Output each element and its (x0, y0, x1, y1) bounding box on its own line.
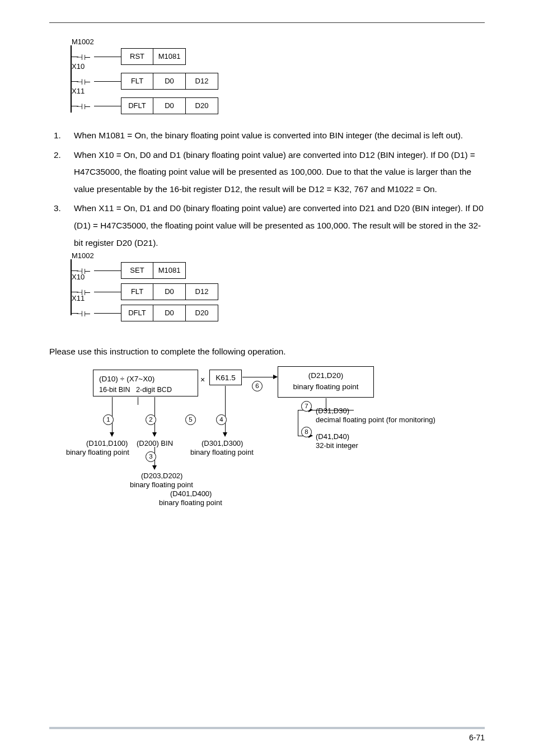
instruction-box: RST (121, 48, 153, 65)
explanation-list: When M1081 = On, the binary floating poi… (49, 127, 485, 251)
instruction-box: SET (121, 262, 153, 279)
operand-box: D0 (153, 305, 186, 321)
list-item: When X10 = On, D0 and D1 (binary floatin… (65, 147, 485, 198)
ladder-rail (71, 45, 72, 113)
operand-box: D20 (186, 305, 218, 321)
flow-d31-l2: decimal floating point (for monitoring) (316, 414, 435, 426)
flow-d101-l2: binary floating point (66, 447, 129, 458)
operand-box: M1081 (153, 48, 186, 65)
contact-label: M1002 (72, 250, 94, 262)
list-item: When X11 = On, D1 and D0 (binary floatin… (65, 200, 485, 251)
flow-box-k615: K61.5 (209, 370, 242, 385)
flow-d21-l1: (D21,D20) (280, 370, 371, 381)
operand-box: D20 (186, 97, 218, 114)
contact-icon: ⊣ ⊢ (76, 308, 90, 320)
contact-label: X11 (72, 293, 85, 304)
page-number: 6-71 (469, 732, 485, 744)
ladder-diagram-2: M1002 ⊣ ⊢ SET M1081 X10 ⊣ ⊢ FLT D0 D12 (71, 254, 485, 321)
step-4-icon: 4 (216, 414, 227, 425)
contact-label: X10 (72, 61, 85, 72)
footer-rule (49, 727, 485, 729)
flow-box-d10: (D10) ÷ (X7~X0) 16-bit BIN 2-digit BCD (93, 370, 198, 396)
flow-x7x0: (X7~X0) (127, 375, 154, 383)
instruction-box: FLT (121, 283, 153, 300)
flow-box-d21: (D21,D20) binary floating point (278, 366, 374, 398)
arrow-icon (242, 377, 277, 377)
instruction-box: DFLT (121, 305, 153, 321)
instruction-note: Please use this instruction to complete … (49, 346, 485, 358)
instruction-box: DFLT (121, 97, 153, 114)
flow-d401-l2: binary floating point (159, 497, 222, 508)
step-3-icon: 3 (146, 451, 156, 462)
flow-d301-l2: binary floating point (190, 447, 254, 458)
contact-label: M1002 (72, 36, 94, 48)
operand-box: M1081 (153, 262, 186, 279)
header-rule (49, 22, 485, 23)
step-1-icon: 1 (103, 414, 114, 425)
operand-box: D12 (186, 283, 218, 300)
step-8-icon: 8 (301, 427, 312, 437)
list-item: When M1081 = On, the binary floating poi… (65, 127, 485, 144)
flow-d10: (D10) (99, 375, 118, 383)
step-5-icon: 5 (185, 414, 196, 425)
operand-box: D0 (153, 73, 186, 90)
arrow-icon (225, 386, 226, 436)
operand-box: D0 (153, 97, 186, 114)
flow-line (298, 410, 298, 436)
instruction-box: FLT (121, 73, 153, 90)
operand-box: D0 (153, 283, 186, 300)
flow-d21-l2: binary floating point (280, 381, 371, 393)
contact-label: X10 (72, 272, 85, 283)
contact-icon: ⊣ ⊢ (76, 101, 90, 113)
times-icon: × (200, 374, 205, 386)
divide-icon: ÷ (120, 374, 125, 385)
flow-d41-l2: 32-bit integer (316, 440, 358, 451)
flow-line (138, 397, 138, 405)
ladder-diagram-1: M1002 ⊣ ⊢ RST M1081 X10 ⊣ ⊢ FLT D0 D12 (71, 40, 485, 114)
flowchart: (D10) ÷ (X7~X0) 16-bit BIN 2-digit BCD ×… (76, 366, 485, 573)
flow-k615: K61.5 (216, 374, 235, 382)
step-7-icon: 7 (301, 401, 312, 412)
flow-sub-2bcd: 2-digit BCD (136, 386, 172, 394)
flow-sub-16bit: 16-bit BIN (99, 386, 130, 394)
step-2-icon: 2 (146, 414, 156, 425)
step-6-icon: 6 (252, 381, 263, 391)
contact-label: X11 (72, 86, 85, 97)
ladder-rail (71, 259, 72, 315)
operand-box: D12 (186, 73, 218, 90)
